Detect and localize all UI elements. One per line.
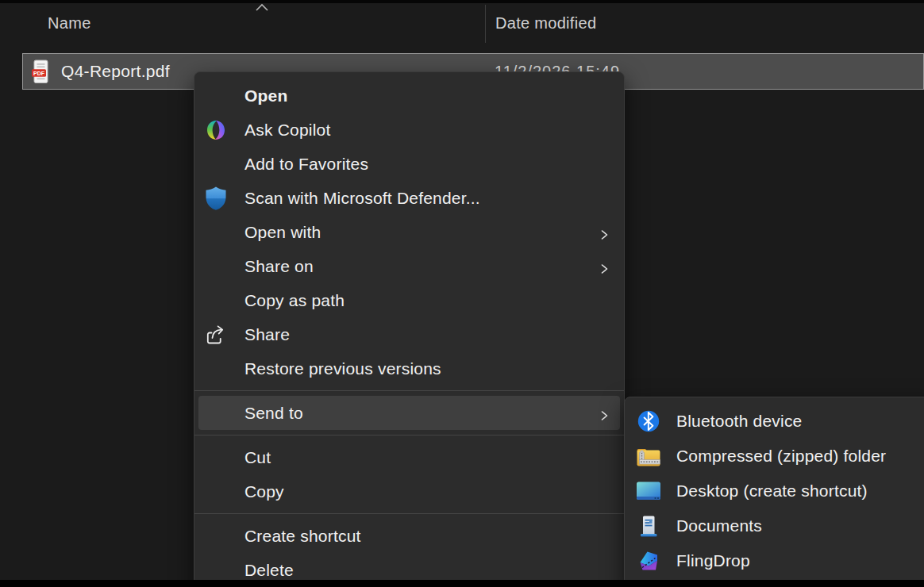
menu-item-open-with[interactable]: Open with — [198, 215, 620, 249]
menu-separator — [194, 390, 624, 391]
defender-shield-icon — [203, 186, 229, 211]
send-to-submenu: Bluetooth device — [624, 397, 924, 587]
empty-icon-slot — [203, 254, 229, 279]
menu-item-send-to[interactable]: Send to — [198, 396, 620, 430]
file-explorer-screen: Name Date modified PDF Q4-Report.pdf 11/… — [0, 0, 924, 587]
empty-icon-slot — [203, 220, 229, 245]
bottom-edge — [0, 580, 924, 587]
chevron-right-icon — [599, 260, 610, 273]
menu-separator — [194, 435, 624, 435]
svg-text:PDF: PDF — [33, 70, 45, 75]
column-header-name[interactable]: Name — [48, 14, 91, 33]
menu-item-share-on[interactable]: Share on — [198, 249, 620, 283]
empty-icon-slot — [203, 479, 229, 505]
empty-icon-slot — [203, 558, 229, 583]
zipped-folder-icon — [636, 443, 661, 469]
file-name: Q4-Report.pdf — [61, 62, 170, 81]
copilot-icon — [203, 117, 229, 143]
empty-icon-slot — [203, 401, 229, 426]
empty-icon-slot — [203, 524, 229, 549]
column-header-date-modified[interactable]: Date modified — [495, 14, 596, 33]
menu-item-scan-with-defender[interactable]: Scan with Microsoft Defender... — [198, 181, 620, 215]
context-menu: Open Ask Copilot — [194, 71, 625, 587]
empty-icon-slot — [203, 152, 229, 177]
menu-item-copy[interactable]: Copy — [198, 474, 620, 508]
empty-icon-slot — [203, 356, 229, 382]
submenu-item-compressed-zipped-folder[interactable]: Compressed (zipped) folder — [628, 439, 924, 474]
submenu-item-bluetooth-device[interactable]: Bluetooth device — [628, 404, 924, 439]
menu-item-share[interactable]: Share — [198, 317, 620, 351]
menu-item-open[interactable]: Open — [198, 79, 620, 113]
flingdrop-icon — [636, 548, 661, 574]
share-icon — [203, 322, 229, 347]
menu-separator — [194, 513, 624, 514]
empty-icon-slot — [203, 445, 229, 470]
empty-icon-slot — [203, 83, 229, 109]
menu-item-create-shortcut[interactable]: Create shortcut — [198, 519, 620, 553]
submenu-item-documents[interactable]: Documents — [628, 508, 924, 543]
menu-item-restore-previous-versions[interactable]: Restore previous versions — [198, 351, 620, 386]
column-header-row: Name Date modified — [0, 3, 924, 52]
menu-item-cut[interactable]: Cut — [198, 440, 620, 474]
submenu-item-flingdrop[interactable]: FlingDrop — [628, 543, 924, 578]
top-edge — [0, 0, 924, 3]
menu-item-ask-copilot[interactable]: Ask Copilot — [198, 113, 620, 147]
empty-icon-slot — [203, 288, 229, 313]
column-divider[interactable] — [485, 5, 486, 43]
bluetooth-icon — [636, 409, 661, 434]
chevron-right-icon — [599, 226, 610, 239]
documents-icon — [636, 513, 661, 539]
pdf-file-icon: PDF — [31, 59, 50, 84]
submenu-item-desktop-create-shortcut[interactable]: Desktop (create shortcut) — [628, 474, 924, 508]
menu-item-add-to-favorites[interactable]: Add to Favorites — [198, 147, 620, 181]
desktop-icon — [636, 478, 661, 504]
menu-item-copy-as-path[interactable]: Copy as path — [198, 283, 620, 317]
chevron-right-icon — [599, 407, 610, 420]
